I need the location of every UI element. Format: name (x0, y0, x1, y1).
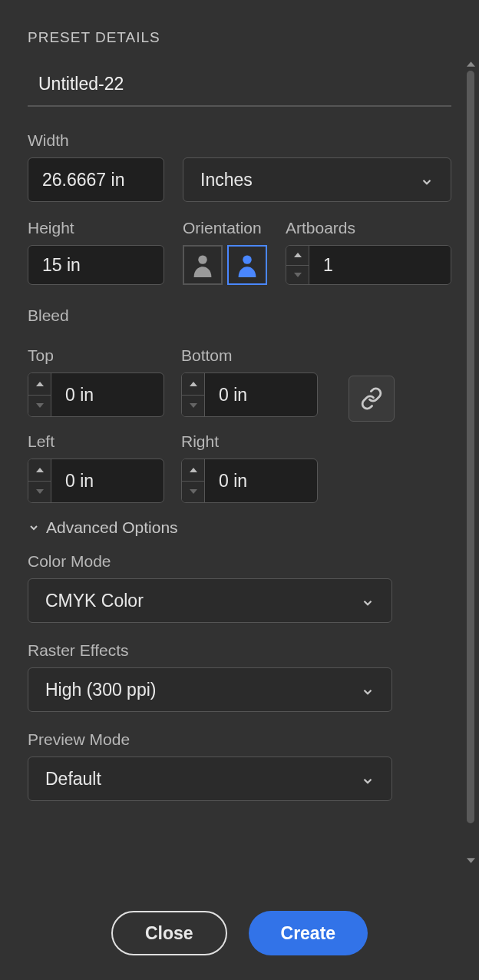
svg-marker-13 (467, 858, 475, 863)
color-mode-label: Color Mode (28, 552, 451, 571)
bleed-link-button[interactable] (349, 376, 395, 422)
artboards-decrease[interactable] (286, 266, 309, 285)
bleed-top-up[interactable] (28, 373, 51, 396)
bleed-right-stepper[interactable]: 0 in (181, 459, 318, 503)
chevron-down-icon (420, 173, 434, 187)
bleed-right-value[interactable]: 0 in (205, 459, 317, 502)
units-select[interactable]: Inches (183, 157, 451, 202)
svg-marker-3 (294, 273, 302, 277)
advanced-options-toggle[interactable]: Advanced Options (28, 518, 451, 537)
orientation-label: Orientation (183, 219, 267, 237)
raster-effects-label: Raster Effects (28, 641, 451, 660)
bleed-bottom-label: Bottom (181, 346, 318, 365)
units-value: Inches (200, 170, 253, 190)
svg-marker-4 (36, 382, 44, 386)
bleed-label: Bleed (28, 306, 451, 325)
artboards-increase[interactable] (286, 246, 309, 266)
close-button[interactable]: Close (111, 911, 227, 955)
bleed-top-label: Top (28, 346, 164, 365)
height-label: Height (28, 219, 164, 237)
bleed-bottom-down[interactable] (182, 396, 204, 417)
svg-marker-7 (190, 403, 197, 408)
bleed-bottom-value[interactable]: 0 in (205, 373, 317, 416)
svg-marker-11 (190, 489, 197, 494)
artboards-value[interactable]: 1 (309, 246, 451, 284)
bleed-bottom-stepper[interactable]: 0 in (181, 372, 318, 417)
bleed-left-stepper[interactable]: 0 in (28, 459, 164, 503)
chevron-down-icon (361, 772, 375, 786)
section-title: PRESET DETAILS (28, 29, 451, 46)
bleed-left-up[interactable] (28, 459, 51, 482)
height-input[interactable]: 15 in (28, 245, 164, 285)
svg-point-0 (198, 255, 206, 263)
svg-marker-2 (294, 253, 302, 257)
bleed-top-value[interactable]: 0 in (51, 373, 164, 416)
preview-mode-select[interactable]: Default (28, 757, 392, 801)
preset-name-input[interactable]: Untitled-22 (28, 65, 451, 107)
color-mode-value: CMYK Color (45, 591, 144, 611)
preview-mode-label: Preview Mode (28, 730, 451, 749)
orientation-portrait-button[interactable] (183, 245, 223, 285)
chevron-down-icon (361, 594, 375, 608)
scroll-down-icon[interactable] (467, 855, 475, 865)
scrollbar[interactable] (465, 58, 476, 865)
person-portrait-icon (192, 253, 213, 277)
svg-marker-12 (467, 61, 475, 67)
bleed-right-label: Right (181, 432, 318, 451)
scroll-thumb[interactable] (467, 71, 474, 823)
bleed-left-down[interactable] (28, 482, 51, 503)
svg-marker-10 (190, 468, 197, 472)
chevron-down-icon (361, 683, 375, 697)
svg-point-1 (243, 255, 251, 263)
color-mode-select[interactable]: CMYK Color (28, 578, 392, 623)
orientation-landscape-button[interactable] (227, 245, 267, 285)
width-label: Width (28, 131, 451, 150)
bleed-left-value[interactable]: 0 in (51, 459, 164, 502)
svg-marker-9 (36, 489, 44, 494)
bleed-top-down[interactable] (28, 396, 51, 417)
svg-marker-8 (36, 468, 44, 472)
advanced-options-label: Advanced Options (46, 518, 178, 537)
bleed-left-label: Left (28, 432, 164, 451)
svg-marker-5 (36, 403, 44, 408)
svg-marker-6 (190, 382, 197, 386)
width-input[interactable]: 26.6667 in (28, 157, 164, 202)
artboards-label: Artboards (286, 219, 451, 237)
link-icon (360, 387, 383, 410)
create-button[interactable]: Create (249, 911, 368, 955)
raster-effects-value: High (300 ppi) (45, 680, 156, 700)
chevron-down-icon (28, 521, 40, 534)
artboards-stepper[interactable]: 1 (286, 245, 451, 285)
scroll-up-icon[interactable] (467, 58, 475, 68)
bleed-right-down[interactable] (182, 482, 204, 503)
bleed-right-up[interactable] (182, 459, 204, 482)
person-landscape-icon (236, 253, 258, 277)
bleed-bottom-up[interactable] (182, 373, 204, 396)
bleed-top-stepper[interactable]: 0 in (28, 372, 164, 417)
raster-effects-select[interactable]: High (300 ppi) (28, 667, 392, 712)
preview-mode-value: Default (45, 769, 101, 790)
